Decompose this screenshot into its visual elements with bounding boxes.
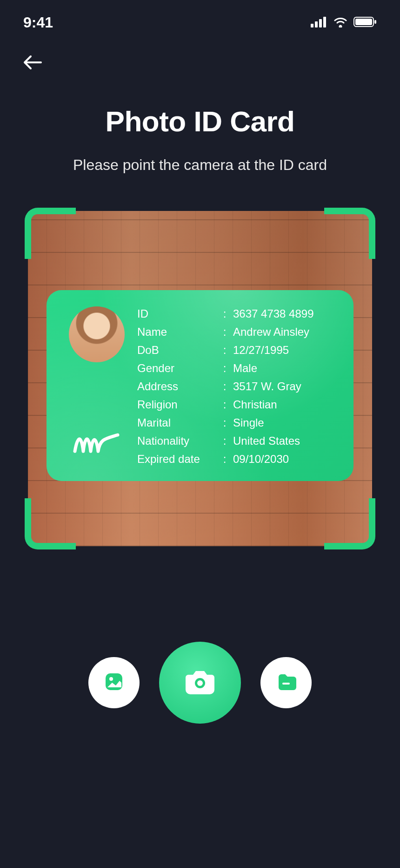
scan-corner-br: [324, 498, 375, 549]
dob-label: DoB: [137, 344, 216, 357]
svg-rect-6: [374, 20, 376, 24]
scan-corner-tl: [25, 208, 76, 259]
page-subtitle: Please point the camera at the ID card: [0, 156, 400, 174]
expired-label: Expired date: [137, 453, 216, 466]
avatar: [69, 306, 125, 362]
folder-icon: [275, 671, 297, 695]
cellular-icon: [311, 16, 327, 29]
gender-label: Gender: [137, 362, 216, 375]
id-label: ID: [137, 307, 216, 320]
svg-point-8: [109, 677, 113, 681]
signature: [71, 426, 122, 460]
camera-icon: [182, 664, 218, 702]
camera-scan-area: ID:3637 4738 4899 Name:Andrew Ainsley Do…: [28, 211, 372, 546]
id-value: 3637 4738 4899: [233, 307, 340, 320]
folder-button[interactable]: [260, 657, 312, 708]
arrow-left-icon: [23, 54, 42, 72]
svg-rect-3: [323, 17, 326, 27]
id-card: ID:3637 4738 4899 Name:Andrew Ainsley Do…: [47, 290, 353, 481]
expired-value: 09/10/2030: [233, 453, 340, 466]
svg-point-10: [197, 680, 203, 686]
religion-label: Religion: [137, 398, 216, 411]
dob-value: 12/27/1995: [233, 344, 340, 357]
svg-rect-11: [282, 683, 290, 685]
name-label: Name: [137, 326, 216, 339]
marital-label: Marital: [137, 416, 216, 429]
address-value: 3517 W. Gray: [233, 380, 340, 393]
nationality-label: Nationality: [137, 434, 216, 448]
name-value: Andrew Ainsley: [233, 326, 340, 339]
gallery-icon: [103, 671, 125, 695]
status-icons: [311, 16, 377, 29]
id-card-fields: ID:3637 4738 4899 Name:Andrew Ainsley Do…: [133, 306, 340, 465]
gender-value: Male: [233, 362, 340, 375]
religion-value: Christian: [233, 398, 340, 411]
gallery-button[interactable]: [88, 657, 140, 708]
svg-rect-0: [311, 24, 313, 27]
svg-rect-1: [315, 21, 318, 27]
scan-corner-tr: [324, 208, 375, 259]
marital-value: Single: [233, 416, 340, 429]
camera-actions: [0, 642, 400, 724]
scan-corner-bl: [25, 498, 76, 549]
back-button[interactable]: [23, 54, 42, 72]
wifi-icon: [333, 16, 348, 29]
nationality-value: United States: [233, 434, 340, 448]
page-title: Photo ID Card: [0, 105, 400, 138]
battery-icon: [353, 16, 377, 29]
svg-rect-2: [319, 19, 322, 27]
status-time: 9:41: [23, 14, 53, 31]
svg-rect-5: [355, 19, 372, 25]
capture-button[interactable]: [159, 642, 241, 724]
status-bar: 9:41: [0, 0, 400, 41]
address-label: Address: [137, 380, 216, 393]
